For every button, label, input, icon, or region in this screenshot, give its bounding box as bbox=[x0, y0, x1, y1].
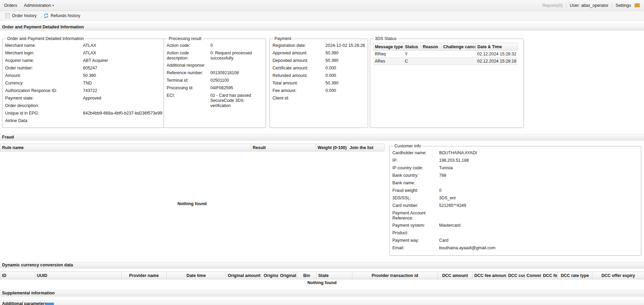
field-label: Registration date: bbox=[272, 43, 325, 48]
field-row: Bank country:788 bbox=[392, 172, 638, 180]
field-row: Fee amount:0.000 bbox=[272, 87, 365, 95]
cell bbox=[442, 58, 476, 65]
user-label: User: atlax_operator bbox=[570, 3, 608, 8]
menubar-right: Reports(0) User: atlax_operator Settings bbox=[543, 3, 640, 8]
field-row: Payment state:Approved bbox=[5, 95, 162, 102]
field-value: 605247 bbox=[83, 66, 97, 71]
threeds-col-challenge-cancel: Challenge cancel bbox=[442, 43, 476, 51]
field-row: ECI:02 - Card has passed SecureCode 3DS … bbox=[167, 92, 263, 109]
field-row: Action code description:0: Request proce… bbox=[167, 50, 263, 62]
field-label: Client id: bbox=[272, 96, 325, 101]
threeds-col-status: Status bbox=[403, 43, 421, 51]
field-value: 0.000 bbox=[325, 73, 336, 78]
field-row: Client id: bbox=[272, 95, 365, 102]
field-label: Merchant name: bbox=[5, 43, 83, 48]
cell bbox=[442, 51, 476, 58]
processing-result-legend: Processing result bbox=[167, 36, 203, 41]
menu-reports: Reports(0) bbox=[543, 3, 563, 8]
field-label: Payment Account Reference: bbox=[392, 211, 439, 221]
cell: Y bbox=[403, 51, 421, 58]
cell: ARes bbox=[373, 58, 403, 65]
field-value: 0 bbox=[439, 188, 442, 193]
field-value: 788 bbox=[439, 173, 446, 178]
field-label: Card number: bbox=[392, 203, 439, 208]
app-root: Orders Administration ▾ Reports(0) User:… bbox=[0, 0, 644, 305]
payment-panel: Payment Registration date:2024-12-02 15:… bbox=[269, 36, 368, 128]
field-row: Currency:TND bbox=[5, 80, 162, 87]
field-row: Approved amount:50.390 bbox=[272, 50, 365, 57]
field-row: Certificate amount:0.000 bbox=[272, 65, 365, 72]
field-label: IP: bbox=[392, 158, 439, 163]
threeds-table: Message type Status Reason Challenge can… bbox=[373, 43, 518, 65]
field-row: Email:bouthaina.ayaadi@gmail.com bbox=[392, 244, 638, 252]
field-row: Total amount:50.390 bbox=[272, 80, 365, 87]
field-row: Registration date:2024-12-02 15:26:26 bbox=[272, 42, 365, 50]
chevron-down-icon: ▾ bbox=[52, 4, 54, 7]
dcc-col-dcc-rate-type: DCC rate type bbox=[558, 272, 592, 279]
field-label: Order number: bbox=[5, 66, 83, 71]
order-history-button[interactable]: Order history bbox=[2, 12, 39, 19]
field-label: IP country code: bbox=[392, 165, 439, 171]
field-value: Card bbox=[439, 238, 448, 243]
divider bbox=[566, 3, 566, 8]
field-row: Reference number:001309218108 bbox=[167, 69, 263, 77]
cell: RReq bbox=[373, 51, 403, 58]
order-info-legend: Order and Payment Detailed Information bbox=[6, 36, 85, 41]
dcc-col-uuid: UUID bbox=[35, 272, 122, 279]
field-label: Processing id: bbox=[167, 85, 210, 91]
menu-administration[interactable]: Administration ▾ bbox=[20, 3, 57, 8]
dcc-col-original-currency: Original c bbox=[278, 272, 297, 279]
field-value: 04IF082595 bbox=[210, 85, 233, 91]
cell: C bbox=[403, 58, 421, 65]
field-label: ECI: bbox=[167, 93, 210, 98]
field-label: Payment state: bbox=[5, 96, 83, 101]
threeds-col-reason: Reason bbox=[421, 43, 442, 51]
toolbar: Order history Refunds history bbox=[0, 11, 644, 21]
field-row: Amount:50.390 bbox=[5, 72, 162, 80]
field-row: Unique id in EPG:642b4bb9-668a-4bf0-b237… bbox=[5, 110, 162, 117]
field-row: Merchant name:ATLAX bbox=[5, 42, 162, 50]
refunds-history-button[interactable]: Refunds history bbox=[41, 12, 83, 19]
field-label: Total amount: bbox=[272, 81, 325, 86]
field-label: Currency: bbox=[5, 81, 83, 86]
field-label: Action code: bbox=[167, 43, 210, 48]
cell: 02.12.2024 15:28:32 bbox=[476, 51, 518, 58]
field-row: Product: bbox=[392, 229, 638, 237]
fraud-col-join-list: Join the list bbox=[348, 144, 384, 151]
dcc-empty-text: Nothing found bbox=[0, 279, 644, 287]
field-label: Fee amount: bbox=[272, 88, 325, 93]
order-history-label: Order history bbox=[12, 13, 37, 18]
field-label: Bank country: bbox=[392, 173, 439, 178]
table-row: RReq Y 02.12.2024 15:28:32 bbox=[373, 51, 518, 58]
field-row: Payment system:Mastercard bbox=[392, 222, 638, 229]
field-value: Mastercard bbox=[439, 223, 461, 228]
field-value: 3DS_enr bbox=[439, 196, 456, 201]
table-row: ARes C 02.12.2024 15:28:16 bbox=[373, 58, 518, 65]
menu-settings[interactable]: Settings bbox=[616, 3, 631, 8]
logout-book-icon[interactable] bbox=[634, 3, 640, 8]
field-value: TND bbox=[83, 81, 92, 86]
field-label: Reference number: bbox=[167, 70, 210, 76]
table-header-row: Message type Status Reason Challenge can… bbox=[373, 43, 518, 51]
field-row: Refunded amount:0.000 bbox=[272, 72, 365, 80]
field-label: Bank name: bbox=[392, 181, 439, 186]
field-row: Processing id:04IF082595 bbox=[167, 84, 263, 92]
field-value: 2024-12-02 15:26:26 bbox=[325, 43, 365, 48]
dcc-col-date-time: Date time bbox=[167, 272, 226, 279]
field-row: 3DS/SSL:3DS_enr bbox=[392, 195, 638, 202]
dcc-table: ID UUID Provider name Date time Original… bbox=[0, 271, 644, 279]
dcc-section-header: Dynamic currency conversion data bbox=[0, 262, 644, 268]
dcc-col-dcc-amount: DCC amount bbox=[438, 272, 473, 279]
field-label: Authorization Response ID: bbox=[5, 88, 83, 93]
field-row: Deposited amount:50.390 bbox=[272, 57, 365, 65]
field-value: 0.000 bbox=[325, 66, 336, 71]
dcc-col-dcc-offer-expiry: DCC offer expiry bbox=[592, 272, 644, 279]
menu-orders[interactable]: Orders bbox=[4, 3, 20, 8]
field-row: Order number:605247 bbox=[5, 65, 162, 72]
field-value: 50.390 bbox=[325, 58, 338, 63]
fraud-table: Rule name Result Weight (0-100) Join the… bbox=[0, 144, 384, 151]
field-value: ABT Acquirer bbox=[83, 58, 108, 63]
field-row: Acquirer name:ABT Acquirer bbox=[5, 57, 162, 65]
dcc-col-conversion: Conversio bbox=[525, 272, 541, 279]
fraud-section: Rule name Result Weight (0-100) Join the… bbox=[0, 141, 644, 256]
